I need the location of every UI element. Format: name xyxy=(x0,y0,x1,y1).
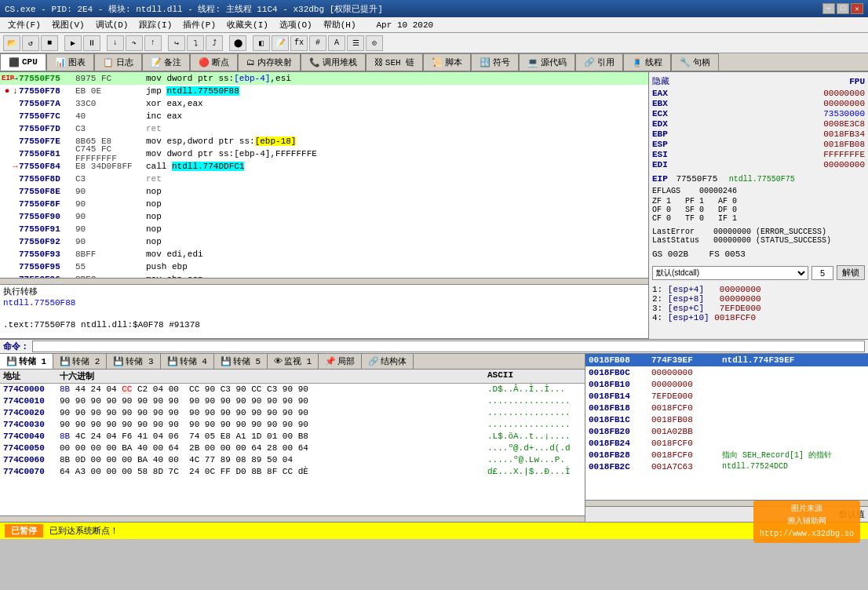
tb-about[interactable]: ⊙ xyxy=(366,35,383,51)
tab-graph[interactable]: 📊 图表 xyxy=(46,53,94,71)
unlock-button[interactable]: 解锁 xyxy=(837,265,865,280)
disasm-row[interactable]: 77550F8D C3 ret xyxy=(0,173,648,185)
dump-tab-4[interactable]: 💾 转储 4 xyxy=(161,354,214,369)
tb-font[interactable]: A xyxy=(328,35,345,51)
dump-ascii: .L$.öA..t..¡.... xyxy=(487,432,582,441)
dump-row[interactable]: 774C0040 8B 4C 24 04 F6 41 04 06 74 05 E… xyxy=(0,431,585,442)
tab-bp[interactable]: 🔴 断点 xyxy=(190,53,238,71)
stack-depth-input[interactable] xyxy=(811,266,833,280)
minimize-btn[interactable]: — xyxy=(822,3,835,14)
disasm-row[interactable]: 77550F95 55 push ebp xyxy=(0,260,648,273)
menu-view[interactable]: 视图(V) xyxy=(47,18,89,31)
dump-scrollbar[interactable] xyxy=(0,515,585,522)
stack-row[interactable]: 0018FB0C 00000000 xyxy=(585,366,868,378)
disasm-row[interactable]: 77550F7A 33C0 xor eax,eax xyxy=(0,97,648,110)
tab-cpu[interactable]: ⬛ CPU xyxy=(0,53,46,71)
tb-run[interactable]: ▶ xyxy=(64,35,82,51)
stack-row[interactable]: 0018FB18 0018FCF0 xyxy=(585,402,868,413)
tb-step-out[interactable]: ↑ xyxy=(144,35,162,51)
dump-tab-local[interactable]: 📌 局部 xyxy=(319,354,362,369)
dump-tab-struct[interactable]: 🔗 结构体 xyxy=(362,354,414,369)
dump-row[interactable]: 774C0060 8B 0D 00 00 00 BA 40 00 4C 77 8… xyxy=(0,454,585,466)
maximize-btn[interactable]: □ xyxy=(837,3,849,14)
tab-src[interactable]: 💻 源代码 xyxy=(519,53,575,71)
menu-plugin[interactable]: 插件(P) xyxy=(178,18,221,31)
dump-row[interactable]: 774C0020 90 90 90 90 90 90 90 90 90 90 9… xyxy=(0,407,585,419)
tab-callstack[interactable]: 📞 调用堆栈 xyxy=(301,53,366,71)
fpu-label: FPU xyxy=(849,77,865,86)
tb-step-over[interactable]: ↷ xyxy=(126,35,143,51)
disasm-row[interactable]: EIP → 77550F75 8975 FC mov dword ptr ss:… xyxy=(0,72,648,85)
tab-note[interactable]: 📝 备注 xyxy=(142,53,190,71)
tb-run-to-call[interactable]: ↪ xyxy=(168,35,185,51)
stack-row[interactable]: 0018FB28 0018FCF0 指向 SEH_Record[1] 的指针 xyxy=(585,449,868,461)
tb-script[interactable]: 📝 xyxy=(272,35,289,51)
tb-log2[interactable]: ☰ xyxy=(347,35,364,51)
register-panel: 隐藏 FPU EAX 00000000 EBX 00000000 ECX 735… xyxy=(648,72,868,339)
disasm-row[interactable]: → 77550F84 E8 34D0F8FF call ntdll.774DDF… xyxy=(0,160,648,173)
dump-row[interactable]: 774C0010 90 90 90 90 90 90 90 90 90 90 9… xyxy=(0,395,585,407)
dump-tab-3[interactable]: 💾 转储 3 xyxy=(107,354,160,369)
menu-trace[interactable]: 跟踪(I) xyxy=(134,18,177,31)
tab-thread[interactable]: 🧵 线程 xyxy=(623,53,671,71)
disasm-row[interactable]: 77550F92 90 nop xyxy=(0,235,648,248)
disasm-row[interactable]: 77550F7C 40 inc eax xyxy=(0,110,648,122)
dump-row[interactable]: 774C0000 8B 44 24 04 CC C2 04 00 CC 90 C… xyxy=(0,384,585,395)
menu-opt[interactable]: 选项(O) xyxy=(275,18,317,31)
stack-row[interactable]: 0018FB2C 001A7C63 ntdll.77524DCD xyxy=(585,461,868,472)
disasm-row[interactable]: 77550F90 90 nop xyxy=(0,210,648,223)
stack-addr: 0018FB28 xyxy=(589,450,651,460)
dump-tab-1[interactable]: 💾 转储 1 xyxy=(0,354,53,369)
tb-restart[interactable]: ↺ xyxy=(22,35,39,51)
callconv-select[interactable]: 默认(stdcall) xyxy=(652,266,808,280)
disasm-row[interactable]: 77550F8E 90 nop xyxy=(0,185,648,198)
disasm-row[interactable]: ● ↓ 77550F78 EB 0E jmp ntdll.77550F88 xyxy=(0,85,648,97)
menu-file[interactable]: 文件(F) xyxy=(3,18,46,31)
tb-pause[interactable]: ⏸ xyxy=(83,35,100,51)
disasm-addr: 77550F8E xyxy=(19,187,75,196)
disasm-row[interactable]: 77550F7D C3 ret xyxy=(0,122,648,135)
tb-mem[interactable]: ◧ xyxy=(253,35,270,51)
tab-sym[interactable]: 🔣 符号 xyxy=(471,53,519,71)
close-btn[interactable]: ✕ xyxy=(851,3,863,14)
disasm-scrollbar[interactable] xyxy=(0,278,648,284)
tb-open[interactable]: 📂 xyxy=(3,35,20,51)
stack-row[interactable]: 0018FB24 0018FCF0 xyxy=(585,437,868,449)
tb-asm[interactable]: fx xyxy=(290,35,308,51)
tab-handle[interactable]: 🔧 句柄 xyxy=(671,53,719,71)
dump-row[interactable]: 774C0070 64 A3 00 00 00 58 8D 7C 24 0C F… xyxy=(0,466,585,478)
hide-btn[interactable]: 隐藏 xyxy=(652,75,669,87)
stack-row[interactable]: 0018FB20 001A02BB xyxy=(585,425,868,437)
tb-hash[interactable]: # xyxy=(309,35,326,51)
tab-ref[interactable]: 🔗 引用 xyxy=(575,53,623,71)
disasm-row[interactable]: 77550F8F 90 nop xyxy=(0,198,648,210)
tb-stop[interactable]: ■ xyxy=(41,35,58,51)
dump-row[interactable]: 774C0030 90 90 90 90 90 90 90 90 90 90 9… xyxy=(0,419,585,431)
stack-row[interactable]: 0018FB10 00000000 xyxy=(585,378,868,390)
tb-ani-over[interactable]: ⤴ xyxy=(206,35,223,51)
menu-debug[interactable]: 调试(D) xyxy=(91,18,133,31)
dump-tab-2[interactable]: 💾 转储 2 xyxy=(53,354,107,369)
tabbar: ⬛ CPU 📊 图表 📋 日志 📝 备注 🔴 断点 🗂 内存映射 📞 调用堆栈 … xyxy=(0,53,868,72)
stack-row[interactable]: 0018FB14 7EFDE000 xyxy=(585,390,868,402)
stack-row[interactable]: 0018FB1C 0018FB08 xyxy=(585,413,868,425)
dump-row[interactable]: 774C0050 00 00 00 00 BA 40 00 64 2B 00 0… xyxy=(0,442,585,454)
tab-mem[interactable]: 🗂 内存映射 xyxy=(238,53,301,71)
disasm-row[interactable]: 77550F81 C745 FC FFFFFFFF mov dword ptr … xyxy=(0,148,648,160)
cmd-input[interactable] xyxy=(32,341,865,352)
disasm-row[interactable]: 77550F93 8BFF mov edi,edi xyxy=(0,248,648,260)
disasm-addr: 77550F84 xyxy=(19,162,75,171)
menu-help[interactable]: 帮助(H) xyxy=(319,18,361,31)
stack-header-row[interactable]: 0018FB08 774F39EF ntdll.774F39EF xyxy=(585,354,868,366)
disasm-row[interactable]: 77550F91 90 nop xyxy=(0,223,648,235)
dump-tab-watch[interactable]: 👁 监视 1 xyxy=(268,354,319,369)
tab-log[interactable]: 📋 日志 xyxy=(94,53,142,71)
tb-step-into[interactable]: ↓ xyxy=(107,35,124,51)
tab-script[interactable]: 📜 脚本 xyxy=(423,53,471,71)
tab-seh[interactable]: ⛓ SEH 链 xyxy=(366,53,423,71)
dump-tab-5[interactable]: 💾 转储 5 xyxy=(214,354,268,369)
dump-hex: 8B 4C 24 04 F6 41 04 06 74 05 E8 A1 1D 0… xyxy=(60,432,487,441)
menu-fav[interactable]: 收藏夹(I) xyxy=(222,18,273,31)
tb-ani-into[interactable]: ⤵ xyxy=(187,35,204,51)
tb-bp[interactable]: ⬤ xyxy=(229,35,246,51)
